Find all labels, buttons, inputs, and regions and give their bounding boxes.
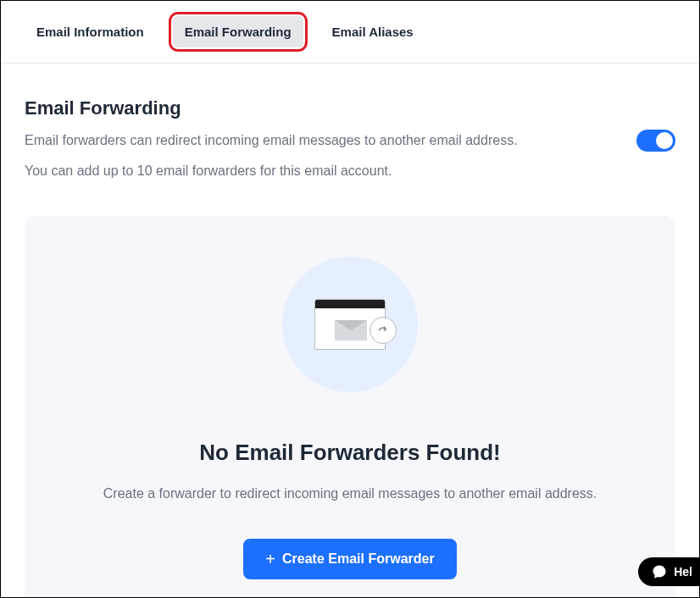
envelope-icon	[335, 320, 367, 341]
create-forwarder-label: Create Email Forwarder	[282, 551, 435, 567]
help-button[interactable]: Hel	[638, 557, 699, 586]
section-description-2: You can add up to 10 email forwarders fo…	[25, 160, 675, 182]
chat-icon	[652, 564, 667, 579]
tab-email-aliases[interactable]: Email Aliases	[320, 16, 425, 47]
content-area: Email Forwarding Email forwarders can re…	[1, 64, 699, 598]
empty-title: No Email Forwarders Found!	[58, 440, 642, 466]
create-forwarder-button[interactable]: + Create Email Forwarder	[243, 539, 456, 579]
empty-state-card: No Email Forwarders Found! Create a forw…	[25, 216, 675, 598]
section-description-1: Email forwarders can redirect incoming e…	[25, 130, 518, 152]
plus-icon: +	[265, 551, 275, 568]
help-label: Hel	[674, 565, 692, 579]
forward-arrow-icon	[369, 317, 397, 344]
tab-email-information[interactable]: Email Information	[25, 16, 156, 47]
section-title: Email Forwarding	[25, 97, 675, 119]
empty-illustration	[282, 257, 418, 392]
forwarding-toggle[interactable]	[636, 130, 675, 152]
tab-email-forwarding[interactable]: Email Forwarding	[173, 16, 303, 47]
tabs-bar: Email Information Email Forwarding Email…	[1, 1, 699, 64]
window-icon	[314, 299, 386, 350]
empty-description: Create a forwarder to redirect incoming …	[58, 486, 642, 501]
